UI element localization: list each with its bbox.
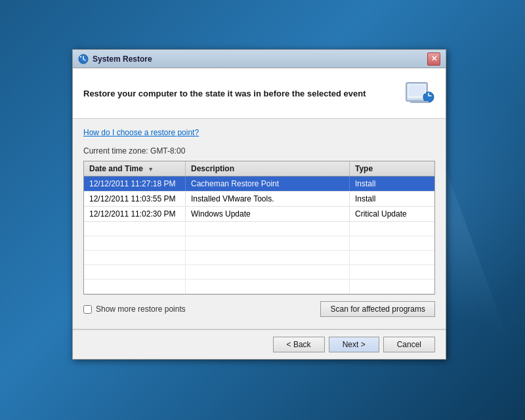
table-row-empty xyxy=(84,251,434,265)
timezone-label: Current time zone: GMT-8:00 xyxy=(83,146,435,156)
svg-rect-5 xyxy=(410,101,429,103)
cell-desc-2: Installed VMware Tools. xyxy=(186,192,350,206)
back-button[interactable]: < Back xyxy=(273,337,325,352)
table-row-empty xyxy=(84,222,434,236)
show-more-label[interactable]: Show more restore points xyxy=(83,304,186,314)
cell-desc-1: Cacheman Restore Point xyxy=(186,177,350,191)
restore-icon xyxy=(404,77,435,109)
cancel-button[interactable]: Cancel xyxy=(383,337,435,352)
cell-type-2: Install xyxy=(350,192,434,206)
system-restore-dialog: System Restore ✕ Restore your computer t… xyxy=(72,49,446,360)
title-bar-left: System Restore xyxy=(78,54,152,64)
help-link[interactable]: How do I choose a restore point? xyxy=(83,128,435,137)
header-area: Restore your computer to the state it wa… xyxy=(73,68,446,119)
table-row-empty xyxy=(84,236,434,251)
show-more-checkbox[interactable] xyxy=(83,305,92,314)
sort-arrow: ▼ xyxy=(148,166,154,173)
cell-type-3: Critical Update xyxy=(350,207,434,221)
table-row-empty xyxy=(84,265,434,280)
table-row-empty xyxy=(84,280,434,294)
scan-affected-programs-button[interactable]: Scan for affected programs xyxy=(320,301,435,317)
svg-rect-3 xyxy=(409,85,425,96)
col-header-type[interactable]: Type xyxy=(350,161,434,176)
next-button[interactable]: Next > xyxy=(329,337,379,352)
cell-date-3: 12/12/2011 11:02:30 PM xyxy=(84,207,186,221)
footer-row: Show more restore points Scan for affect… xyxy=(83,295,435,320)
dialog-icon xyxy=(78,54,89,64)
table-row[interactable]: 12/12/2011 11:27:18 PM Cacheman Restore … xyxy=(84,177,434,192)
header-text: Restore your computer to the state it wa… xyxy=(83,89,397,98)
dialog-title: System Restore xyxy=(93,54,152,64)
close-button[interactable]: ✕ xyxy=(427,52,440,66)
cell-type-1: Install xyxy=(350,177,434,191)
table-header: Date and Time ▼ Description Type xyxy=(84,161,434,177)
cell-desc-3: Windows Update xyxy=(186,207,350,221)
cell-date-2: 12/12/2011 11:03:55 PM xyxy=(84,192,186,206)
col-header-description[interactable]: Description xyxy=(186,161,350,176)
bottom-bar: < Back Next > Cancel xyxy=(73,329,446,359)
title-bar: System Restore ✕ xyxy=(73,50,446,68)
table-body: 12/12/2011 11:27:18 PM Cacheman Restore … xyxy=(84,177,434,294)
content-area: How do I choose a restore point? Current… xyxy=(73,119,446,329)
cell-date-1: 12/12/2011 11:27:18 PM xyxy=(84,177,186,191)
restore-points-table: Date and Time ▼ Description Type 12/12/2… xyxy=(83,161,435,295)
table-row[interactable]: 12/12/2011 11:02:30 PM Windows Update Cr… xyxy=(84,207,434,222)
table-row[interactable]: 12/12/2011 11:03:55 PM Installed VMware … xyxy=(84,192,434,207)
col-header-date[interactable]: Date and Time ▼ xyxy=(84,161,186,176)
